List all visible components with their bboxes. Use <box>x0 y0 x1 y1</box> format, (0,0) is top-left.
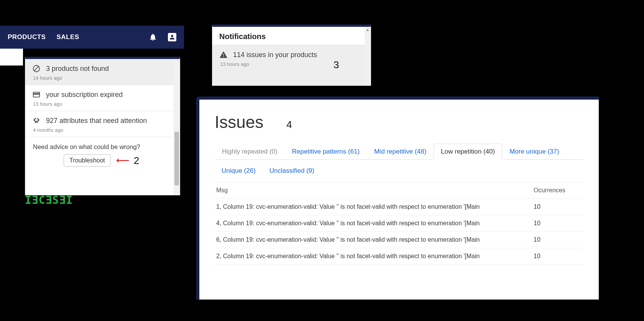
table-row[interactable]: 1, Column 19: cvc-enumeration-valid: Val… <box>215 199 583 215</box>
col-occurrences: Ocurrences <box>534 187 583 194</box>
tab-mid-repetitive[interactable]: Mid repetitive (48) <box>367 144 434 160</box>
issues-title: Issues <box>215 113 263 132</box>
issues-panel: Issues 4 Highly repeated (0) Repetitive … <box>199 100 599 300</box>
background-text-fragment: IƎCƎSƎI <box>25 194 73 206</box>
notification-text: your subscription expired <box>46 91 123 99</box>
cell-msg: 6, Column 19: cvc-enumeration-valid: Val… <box>215 236 534 243</box>
tab-unique[interactable]: Unique (26) <box>215 163 263 179</box>
issues-table: Msg Ocurrences 1, Column 19: cvc-enumera… <box>215 182 583 265</box>
notification-time: 13 hours ago <box>33 101 167 107</box>
bell-icon[interactable] <box>149 33 157 41</box>
nav-sales[interactable]: SALES <box>56 33 79 41</box>
arrow-annotation: ⟵ <box>116 155 128 166</box>
notification-text: 114 issues in your products <box>233 51 317 59</box>
scrollbar[interactable] <box>174 59 180 195</box>
notifications-panel: ▲ Notifications 114 issues in your produ… <box>212 25 371 86</box>
tab-highly-repeated: Highly repeated (0) <box>215 144 285 160</box>
tab-more-unique[interactable]: More unique (37) <box>502 144 566 160</box>
notification-item[interactable]: 3 products not found 14 hours ago <box>25 59 174 85</box>
card-icon <box>32 90 41 99</box>
col-msg: Msg <box>215 187 534 194</box>
cell-occ: 10 <box>534 203 583 210</box>
footer-question: Need advice on what could be wrong? <box>33 143 166 151</box>
table-row[interactable]: 4, Column 19: cvc-enumeration-valid: Val… <box>215 215 583 232</box>
step-label-3: 3 <box>334 59 339 71</box>
cell-msg: 2, Column 19: cvc-enumeration-valid: Val… <box>215 253 534 260</box>
notifications-header: Notifications <box>212 27 365 45</box>
cell-occ: 10 <box>534 236 583 243</box>
cell-msg: 4, Column 19: cvc-enumeration-valid: Val… <box>215 220 534 227</box>
issues-tabs: Highly repeated (0) Repetitive patterns … <box>215 143 583 160</box>
notification-time: 4 months ago <box>33 127 167 133</box>
notifications-dropdown: 3 products not found 14 hours ago your s… <box>25 57 180 195</box>
step-label-4: 4 <box>286 119 292 131</box>
cell-occ: 10 <box>534 253 583 260</box>
notification-footer: Need advice on what could be wrong? Trou… <box>25 137 174 174</box>
troubleshoot-button[interactable]: Troubleshoot <box>64 154 111 167</box>
account-icon[interactable] <box>168 33 176 41</box>
issues-tabs-row2: Unique (26) Unclassified (9) <box>215 160 583 182</box>
top-navbar: PRODUCTS SALES <box>0 26 184 49</box>
notification-item[interactable]: 114 issues in your products 13 hours ago <box>212 45 365 85</box>
tab-low-repetition[interactable]: Low repetition (40) <box>434 144 502 160</box>
table-row[interactable]: 6, Column 19: cvc-enumeration-valid: Val… <box>215 232 583 248</box>
scrollbar-thumb[interactable] <box>174 132 179 185</box>
cell-occ: 10 <box>534 220 583 227</box>
table-row[interactable]: 2, Column 19: cvc-enumeration-valid: Val… <box>215 248 583 265</box>
warning-icon <box>219 51 228 59</box>
scroll-up-arrow[interactable]: ▲ <box>366 28 370 32</box>
notification-text: 927 attributes that need attention <box>46 117 147 125</box>
tab-repetitive-patterns[interactable]: Repetitive patterns (61) <box>285 144 367 160</box>
nav-products[interactable]: PRODUCTS <box>8 33 46 41</box>
tab-unclassified[interactable]: Unclassified (9) <box>263 163 321 179</box>
step-label-2: 2 <box>134 155 139 167</box>
cell-msg: 1, Column 19: cvc-enumeration-valid: Val… <box>215 203 534 210</box>
handshake-icon <box>32 116 41 125</box>
white-bg-fragment <box>0 49 23 66</box>
issues-window: Issues 4 Highly repeated (0) Repetitive … <box>196 97 599 300</box>
table-header: Msg Ocurrences <box>215 182 583 199</box>
scrollbar[interactable]: ▲ <box>365 27 371 85</box>
notification-time: 14 hours ago <box>33 75 167 81</box>
notification-text: 3 products not found <box>46 65 109 73</box>
notification-item[interactable]: your subscription expired 13 hours ago <box>25 85 174 111</box>
block-icon <box>32 64 41 73</box>
notification-item[interactable]: 927 attributes that need attention 4 mon… <box>25 111 174 137</box>
